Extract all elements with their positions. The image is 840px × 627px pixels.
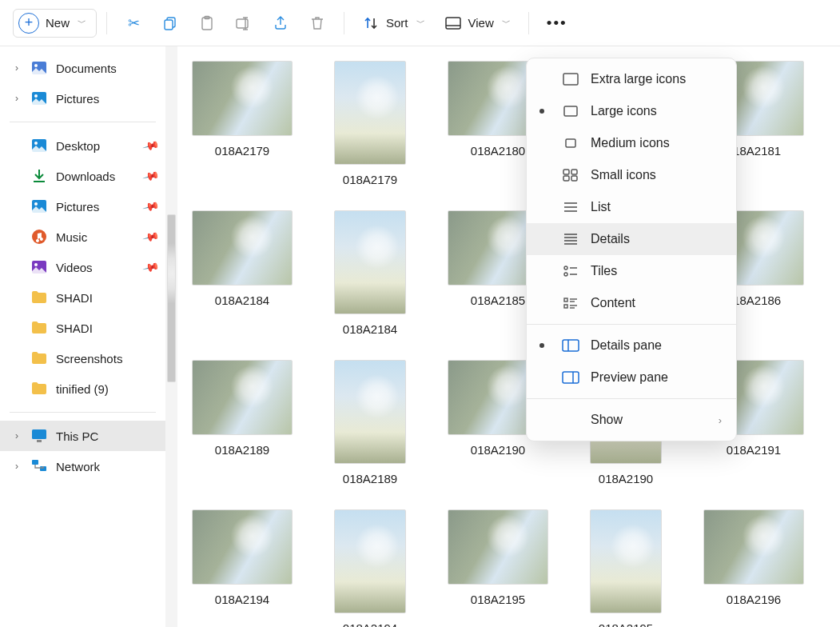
file-item[interactable]: 018A2179 (189, 61, 295, 186)
dpane-icon (562, 338, 579, 353)
separator (10, 412, 156, 413)
file-item[interactable]: 018A2194 (317, 509, 423, 627)
file-item[interactable]: 018A2195 (573, 509, 679, 627)
file-name: 018A2189 (343, 472, 397, 485)
pc-icon (30, 427, 48, 445)
menu-item-label: Show (591, 413, 623, 427)
file-item[interactable]: 018A2196 (701, 509, 806, 627)
menu-item-content[interactable]: Content (527, 287, 736, 319)
sidebar-item-documents[interactable]: ›Documents (0, 53, 165, 83)
thumbnail (334, 61, 406, 165)
sidebar-item-label: Music (56, 230, 87, 244)
svg-rect-41 (564, 298, 567, 302)
sidebar-item-shadi[interactable]: SHADI (0, 313, 165, 343)
menu-item-large-icons[interactable]: Large icons (527, 95, 736, 127)
folder-icon (30, 289, 48, 306)
copy-button[interactable] (153, 10, 187, 37)
download-icon (30, 167, 48, 185)
sidebar-item-label: Desktop (56, 139, 100, 153)
menu-item-label: Details (591, 232, 630, 246)
share-button[interactable] (264, 10, 297, 37)
sidebar-item-pictures[interactable]: ›Pictures (0, 83, 165, 114)
menu-item-label: Extra large icons (591, 72, 686, 86)
sidebar-item-desktop[interactable]: Desktop📌 (0, 130, 165, 161)
svg-point-18 (34, 263, 38, 266)
svg-rect-5 (446, 18, 460, 29)
file-name: 018A2195 (471, 593, 525, 606)
svg-rect-49 (563, 372, 579, 383)
sidebar-item-videos[interactable]: Videos📌 (0, 252, 165, 282)
sort-icon (362, 14, 380, 32)
sm-icon (562, 168, 579, 182)
sidebar-item-shadi[interactable]: SHADI (0, 282, 165, 313)
svg-rect-28 (563, 176, 569, 181)
sidebar-item-this-pc[interactable]: ›This PC (0, 421, 165, 451)
bullet-icon (539, 343, 544, 348)
file-name: 018A2189 (215, 443, 269, 457)
blank-icon (562, 413, 579, 427)
svg-point-37 (564, 266, 567, 270)
file-item[interactable]: 018A2179 (317, 61, 423, 186)
menu-item-list[interactable]: List (527, 191, 736, 223)
file-name: 018A2190 (599, 472, 653, 485)
svg-rect-26 (563, 170, 569, 174)
file-item[interactable]: 018A2184 (189, 210, 295, 336)
cut-button[interactable]: ✂ (117, 10, 150, 37)
file-item[interactable]: 018A2189 (189, 360, 295, 485)
sidebar-item-label: Videos (56, 261, 93, 274)
separator (528, 12, 529, 34)
sidebar-item-pictures[interactable]: Pictures📌 (0, 191, 165, 222)
sidebar-item-downloads[interactable]: Downloads📌 (0, 161, 165, 191)
rename-button[interactable] (227, 10, 261, 37)
file-name: 018A2179 (215, 144, 269, 158)
trash-icon (309, 14, 326, 32)
file-name: 018A2194 (343, 621, 397, 627)
menu-item-extra-large-icons[interactable]: Extra large icons (527, 63, 736, 95)
file-item[interactable]: 018A2184 (317, 210, 423, 336)
file-item[interactable]: 018A2195 (445, 509, 551, 627)
separator (106, 12, 107, 34)
delete-button[interactable] (301, 10, 334, 37)
file-item[interactable]: 018A2194 (189, 509, 295, 627)
view-icon (444, 14, 462, 32)
view-button[interactable]: View ﹀ (436, 10, 519, 37)
sidebar-item-label: SHADI (56, 291, 93, 305)
menu-item-preview-pane[interactable]: Preview pane (527, 361, 736, 393)
svg-point-8 (34, 64, 38, 67)
menu-item-small-icons[interactable]: Small icons (527, 159, 736, 191)
menu-item-details-pane[interactable]: Details pane (527, 329, 736, 361)
menu-item-medium-icons[interactable]: Medium icons (527, 127, 736, 159)
menu-item-label: Content (591, 296, 635, 310)
thumbnail (334, 210, 406, 314)
sidebar-item-screenshots[interactable]: Screenshots (0, 343, 165, 373)
sort-button-label: Sort (386, 16, 408, 30)
new-button-label: New (46, 16, 70, 30)
menu-item-tiles[interactable]: Tiles (527, 255, 736, 287)
svg-rect-44 (564, 305, 567, 308)
thumbnail (192, 509, 293, 585)
sidebar-item-network[interactable]: ›Network (0, 451, 165, 481)
sidebar-item-tinified-9-[interactable]: tinified (9) (0, 373, 165, 404)
menu-item-label: Preview pane (591, 370, 668, 385)
separator (527, 398, 736, 399)
file-name: 018A2184 (215, 294, 269, 307)
paste-button[interactable] (190, 10, 224, 37)
sidebar-item-label: Screenshots (56, 352, 122, 365)
file-item[interactable]: 018A2189 (317, 360, 423, 485)
clipboard-icon (198, 14, 216, 32)
thumbnail (590, 509, 662, 613)
menu-item-label: Details pane (591, 338, 662, 353)
folder-icon (30, 319, 48, 337)
svg-rect-24 (564, 106, 577, 116)
chevron-right-icon: › (11, 62, 22, 74)
menu-item-details[interactable]: Details (527, 223, 736, 255)
menu-item-show[interactable]: Show› (527, 404, 736, 436)
thumbnail (192, 360, 293, 435)
separator (10, 122, 156, 122)
sort-button[interactable]: Sort ﹀ (354, 10, 433, 37)
folder-icon (30, 380, 48, 397)
more-button[interactable]: ••• (539, 10, 575, 37)
sidebar-item-music[interactable]: Music📌 (0, 222, 165, 252)
new-button[interactable]: + New ﹀ (13, 9, 97, 38)
sidebar-item-label: Documents (56, 62, 117, 75)
